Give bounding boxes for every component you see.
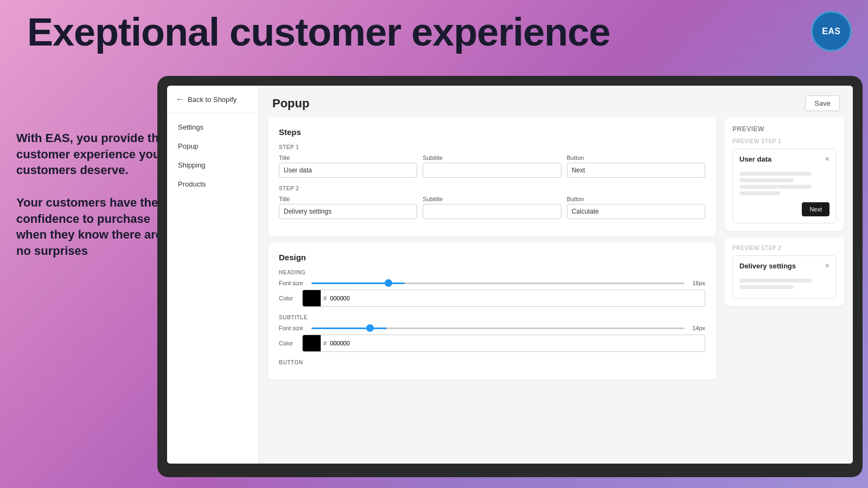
heading-font-size-label: Font size <box>279 280 306 286</box>
step1-subtitle-input[interactable] <box>423 163 561 178</box>
heading-design-section: HEADING Font size 16px <box>279 269 705 307</box>
popup1-line2 <box>739 178 794 182</box>
step1-fields: Title Subtitle Button <box>279 155 705 178</box>
subtitle-design-section: SUBTITLE Font size 14px <box>279 314 705 352</box>
subtitle-color-row: Color # <box>279 335 705 352</box>
step1-subtitle-label: Subtitle <box>423 155 561 161</box>
preview-step1-popup: User data × Next <box>732 149 837 223</box>
design-card-title: Design <box>279 253 705 262</box>
back-arrow-icon: ← <box>176 94 184 104</box>
popup2-body <box>733 274 836 298</box>
preview-panel: Preview PREVIEW STEP 1 User data × <box>725 118 844 455</box>
popup2-title: Delivery settings <box>739 262 796 270</box>
step2-button-label: Button <box>567 196 705 202</box>
step2-label: STEP 2 <box>279 185 705 191</box>
heading-hash-sign: # <box>321 295 329 301</box>
subtitle-hash-sign: # <box>321 340 329 346</box>
text-block-2: Your customers have the confidence to pu… <box>16 195 168 259</box>
preview-card: Preview PREVIEW STEP 1 User data × <box>725 118 844 231</box>
popup1-line3 <box>739 185 812 189</box>
step1-button-group: Button <box>567 155 705 178</box>
text-block-1: With EAS, you provide the customer exper… <box>16 130 168 178</box>
main-heading: Exeptional customer experience <box>27 11 610 54</box>
subtitle-font-size-value: 14px <box>690 325 705 331</box>
step2-subtitle-input[interactable] <box>423 204 561 219</box>
step2-title-group: Title <box>279 196 417 219</box>
subtitle-sub-label: SUBTITLE <box>279 314 705 320</box>
subtitle-color-input-group: # <box>302 335 705 352</box>
step1-subtitle-group: Subtitle <box>423 155 561 178</box>
subtitle-font-size-label: Font size <box>279 325 306 331</box>
left-panel: Steps STEP 1 Title <box>268 118 716 455</box>
popup2-header: Delivery settings × <box>733 256 836 274</box>
content-body: Steps STEP 1 Title <box>259 118 853 464</box>
heading-color-hex-input[interactable] <box>329 293 705 304</box>
heading-font-size-slider[interactable] <box>311 282 685 284</box>
nav-menu: Settings Popup Shipping Products <box>167 113 259 198</box>
preview-step1-section: PREVIEW STEP 1 User data × <box>732 138 837 223</box>
subtitle-slider-container <box>311 328 685 329</box>
step1-button-input[interactable] <box>567 163 705 178</box>
button-design-label: BUTTON <box>279 359 705 365</box>
step2-fields: Title Subtitle Button <box>279 196 705 219</box>
preview-step1-label: PREVIEW STEP 1 <box>732 138 837 144</box>
popup1-close-icon[interactable]: × <box>825 155 829 163</box>
heading-color-row: Color # <box>279 290 705 307</box>
step2-section: STEP 2 Title Subtitle <box>279 185 705 219</box>
nav-item-shipping[interactable]: Shipping <box>167 156 259 175</box>
subtitle-color-hex-input[interactable] <box>329 338 705 349</box>
device-container: ← Back to Shopify Settings Popup Shippin… <box>157 76 863 477</box>
step2-title-input[interactable] <box>279 204 417 219</box>
sidebar: ← Back to Shopify Settings Popup Shippin… <box>167 86 259 464</box>
popup2-close-icon[interactable]: × <box>825 261 829 270</box>
heading-color-preview <box>303 290 321 306</box>
subtitle-color-preview <box>303 335 321 351</box>
step1-label: STEP 1 <box>279 144 705 150</box>
steps-card-title: Steps <box>279 127 705 137</box>
nav-item-products[interactable]: Products <box>167 175 259 194</box>
step1-title-input[interactable] <box>279 163 417 178</box>
step2-button-group: Button <box>567 196 705 219</box>
popup1-line1 <box>739 172 812 176</box>
popup1-next-button[interactable]: Next <box>802 202 829 216</box>
heading-font-size-row: Font size 16px <box>279 280 705 286</box>
left-marketing-text: With EAS, you provide the customer exper… <box>16 130 168 259</box>
back-label: Back to Shopify <box>188 95 237 104</box>
popup1-header: User data × <box>733 149 836 168</box>
step1-section: STEP 1 Title Subtitle <box>279 144 705 178</box>
step1-title-label: Title <box>279 155 417 161</box>
heading-color-label: Color <box>279 295 298 301</box>
preview-step2-popup: Delivery settings × <box>732 255 837 299</box>
step2-title-label: Title <box>279 196 417 202</box>
popup1-body: Next <box>733 168 836 223</box>
steps-card: Steps STEP 1 Title <box>268 118 716 236</box>
popup2-line2 <box>739 285 794 289</box>
preview-title: Preview <box>732 125 837 133</box>
content-header: Popup Save <box>259 86 853 118</box>
save-button[interactable]: Save <box>805 95 840 111</box>
device-screen: ← Back to Shopify Settings Popup Shippin… <box>167 86 853 464</box>
design-card: Design HEADING Font size <box>268 243 716 380</box>
step1-title-group: Title <box>279 155 417 178</box>
back-to-shopify-button[interactable]: ← Back to Shopify <box>167 86 259 113</box>
nav-item-settings[interactable]: Settings <box>167 118 259 137</box>
page-title: Popup <box>272 97 309 111</box>
heading-slider-container <box>311 282 685 284</box>
step1-button-label: Button <box>567 155 705 161</box>
step2-subtitle-label: Subtitle <box>423 196 561 202</box>
subtitle-font-size-row: Font size 14px <box>279 325 705 331</box>
nav-item-popup[interactable]: Popup <box>167 137 259 156</box>
popup1-title: User data <box>739 155 771 163</box>
heading-color-input-group: # <box>302 290 705 307</box>
subtitle-font-size-slider[interactable] <box>311 328 685 329</box>
step2-button-input[interactable] <box>567 204 705 219</box>
device-frame: ← Back to Shopify Settings Popup Shippin… <box>157 76 863 477</box>
heading-sub-label: HEADING <box>279 269 705 275</box>
step2-subtitle-group: Subtitle <box>423 196 561 219</box>
eas-logo: EAS <box>811 11 852 52</box>
preview-step2-label: PREVIEW STEP 2 <box>732 245 837 251</box>
main-content-area: Popup Save Steps STEP 1 <box>259 86 853 464</box>
preview-step2-card: PREVIEW STEP 2 Delivery settings × <box>725 237 844 306</box>
heading-font-size-value: 16px <box>690 280 705 286</box>
subtitle-color-label: Color <box>279 340 298 346</box>
